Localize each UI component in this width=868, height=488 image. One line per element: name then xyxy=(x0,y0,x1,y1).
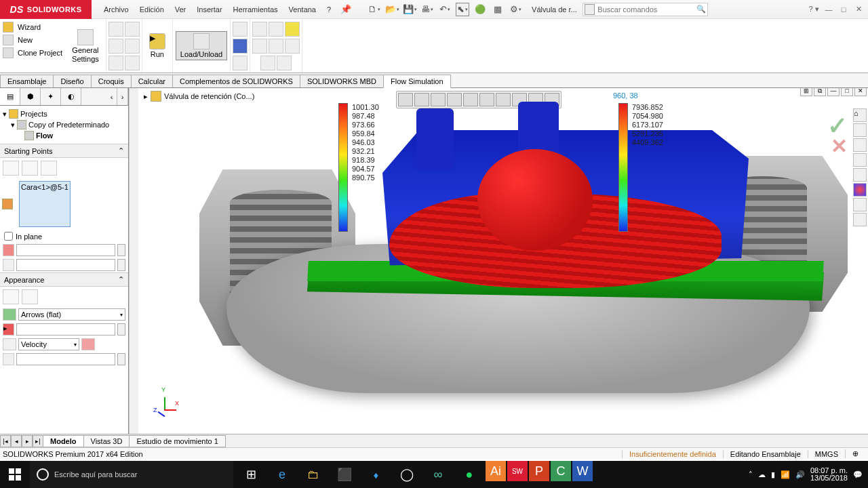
prev-view-icon[interactable] xyxy=(431,93,446,106)
close-icon[interactable]: ✕ xyxy=(852,3,865,16)
save-icon[interactable]: 💾▾ xyxy=(403,3,416,16)
tp-properties-icon[interactable] xyxy=(853,198,867,211)
arrow-input[interactable] xyxy=(16,323,115,336)
sp-tool-2[interactable] xyxy=(22,161,38,176)
tb-explorer-icon[interactable]: 🗀 xyxy=(298,461,328,488)
fm-nav-next[interactable]: › xyxy=(117,88,128,105)
collapse-icon[interactable]: ⌃ xyxy=(118,146,124,155)
display-style-icon[interactable] xyxy=(479,93,494,106)
arrow-spinner[interactable] xyxy=(117,323,125,336)
result-tool-3[interactable] xyxy=(233,56,248,70)
tab-diseno[interactable]: Diseño xyxy=(53,75,91,87)
doc-maximize-icon[interactable]: □ xyxy=(841,88,853,96)
sp-tool-1[interactable] xyxy=(3,161,19,176)
options-doc-icon[interactable]: ▦ xyxy=(491,3,505,16)
new-doc-icon[interactable]: 🗋▾ xyxy=(368,3,381,16)
btab-first[interactable]: |◂ xyxy=(0,435,11,447)
breadcrumb[interactable]: ▸Válvula de retención (Co...) xyxy=(144,91,254,102)
status-extra[interactable]: ⊕ xyxy=(845,449,865,458)
tray-up-icon[interactable]: ˄ xyxy=(749,470,753,479)
param-edit-icon[interactable] xyxy=(81,338,95,350)
spacing-input[interactable] xyxy=(16,244,115,256)
tab-complementos[interactable]: Complementos de SOLIDWORKS xyxy=(172,75,300,87)
zoom-fit-icon[interactable] xyxy=(398,93,413,106)
color-legend-2[interactable]: 7936.8527054.9806173.1075291.2354409.362 xyxy=(618,103,663,232)
clone-project-button[interactable]: Clone Project xyxy=(3,47,62,58)
ribbon-tool-1[interactable] xyxy=(108,22,123,37)
new-button[interactable]: New xyxy=(3,35,62,45)
plot-tool-1[interactable] xyxy=(252,22,267,37)
tray-cloud-icon[interactable]: ☁ xyxy=(758,470,766,479)
tb-ppt-icon[interactable]: P xyxy=(529,461,549,481)
tab-croquis[interactable]: Croquis xyxy=(91,75,132,87)
tb-edge-icon[interactable]: e xyxy=(267,461,297,488)
reject-icon[interactable]: ✕ xyxy=(831,134,848,158)
tray-volume-icon[interactable]: 🔊 xyxy=(795,470,805,479)
plot-tool-2[interactable] xyxy=(269,22,283,37)
tb-illustrator-icon[interactable]: Ai xyxy=(486,461,506,481)
wizard-button[interactable]: Wizard xyxy=(3,22,62,33)
style-combo[interactable]: Arrows (flat)▾ xyxy=(18,308,125,321)
count-input[interactable] xyxy=(16,259,115,271)
tb-chrome-icon[interactable]: ◯ xyxy=(392,461,422,488)
hide-show-icon[interactable] xyxy=(496,93,511,106)
plot-tool-7[interactable] xyxy=(260,56,275,70)
doc-tile-icon[interactable]: ⊞ xyxy=(800,88,812,96)
panel-scrollbar[interactable] xyxy=(129,88,138,434)
menu-insert[interactable]: Insertar xyxy=(191,5,227,14)
print-icon[interactable]: 🖶▾ xyxy=(420,3,434,16)
spacing-spinner[interactable] xyxy=(117,244,125,256)
extra-spinner[interactable] xyxy=(117,353,125,365)
ap-tool-2[interactable] xyxy=(22,289,38,304)
doc-minimize-icon[interactable]: — xyxy=(827,88,840,96)
plot-tool-5[interactable] xyxy=(269,39,283,54)
minimize-icon[interactable]: — xyxy=(822,3,835,16)
menu-window[interactable]: Ventana xyxy=(283,5,321,14)
btab-vistas3d[interactable]: Vistas 3D xyxy=(83,435,130,447)
fm-tab-1[interactable]: ▤ xyxy=(0,88,20,105)
graphics-area[interactable]: ⊞ ⧉ — □ ✕ ▸Válvula de retención (Co...) … xyxy=(138,88,868,434)
tree-projects[interactable]: ▾Projects xyxy=(1,108,127,119)
plot-tool-4[interactable] xyxy=(252,39,267,54)
appearance-header[interactable]: Appearance⌃ xyxy=(0,272,128,287)
fm-tab-3[interactable]: ✦ xyxy=(41,88,61,105)
sp-tool-3[interactable] xyxy=(41,161,57,176)
tp-home-icon[interactable]: ⌂ xyxy=(853,108,867,122)
count-spinner[interactable] xyxy=(117,259,125,271)
restore-icon[interactable]: □ xyxy=(837,3,850,16)
ribbon-tool-2[interactable] xyxy=(125,22,140,37)
settings-icon[interactable]: ⚙▾ xyxy=(509,3,522,16)
collapse-icon-2[interactable]: ⌃ xyxy=(118,275,124,284)
task-view-icon[interactable]: ⊞ xyxy=(236,461,266,488)
tray-battery-icon[interactable]: ▮ xyxy=(771,470,775,479)
run-button[interactable]: ▶Run xyxy=(145,32,170,60)
select-icon[interactable]: ⬉▾ xyxy=(456,3,469,16)
general-settings-button[interactable]: GeneralSettings xyxy=(68,28,103,64)
in-plane-checkbox[interactable] xyxy=(4,232,13,241)
tree-copy[interactable]: ▾Copy of Predeterminado xyxy=(1,119,127,130)
plot-tool-8[interactable] xyxy=(277,56,292,70)
command-search[interactable]: 🔍 xyxy=(583,3,708,16)
btab-next[interactable]: ▸ xyxy=(22,435,33,447)
undo-icon[interactable]: ↶▾ xyxy=(438,3,452,16)
zoom-area-icon[interactable] xyxy=(414,93,429,106)
color-legend-1[interactable]: 1001.30987.48973.66959.84946.03932.21918… xyxy=(338,103,379,232)
search-input[interactable] xyxy=(595,5,694,14)
ribbon-tool-6[interactable] xyxy=(125,56,140,70)
menu-view[interactable]: Ver xyxy=(170,5,192,14)
tp-resources-icon[interactable] xyxy=(853,123,867,137)
fm-tab-2[interactable]: ⬢ xyxy=(20,88,41,105)
extra-input[interactable] xyxy=(16,353,115,365)
fm-tab-4[interactable]: ◐ xyxy=(61,88,81,105)
tab-flow-simulation[interactable]: Flow Simulation xyxy=(383,75,451,88)
tb-word-icon[interactable]: W xyxy=(572,461,593,481)
doc-close-icon[interactable]: ✕ xyxy=(854,88,867,96)
tb-sw-icon[interactable]: SW xyxy=(507,461,528,481)
tp-library-icon[interactable] xyxy=(853,138,867,152)
tb-spotify-icon[interactable]: ● xyxy=(454,461,484,488)
starting-points-header[interactable]: Starting Points⌃ xyxy=(0,144,128,158)
taskbar-search[interactable]: Escribe aquí para buscar xyxy=(30,461,233,488)
btab-last[interactable]: ▸| xyxy=(33,435,43,447)
menu-file[interactable]: Archivo xyxy=(98,5,134,14)
doc-cascade-icon[interactable]: ⧉ xyxy=(814,88,826,96)
